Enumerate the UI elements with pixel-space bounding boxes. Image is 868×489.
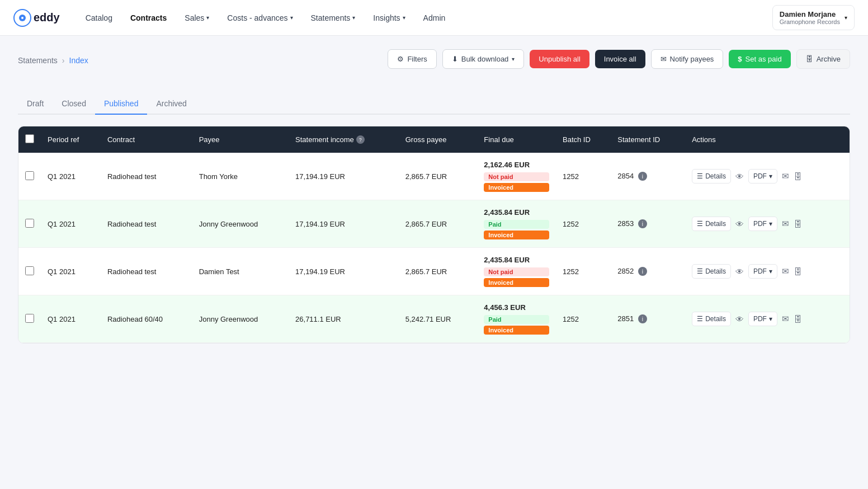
row-actions: ☰ Details 👁 PDF ▾ ✉ 🗄 [685,200,850,248]
row-contract: Radiohead test [101,248,192,295]
details-button[interactable]: ☰ Details [692,312,731,326]
row-contract: Radiohead test [101,153,192,200]
nav-catalog[interactable]: Catalog [78,9,120,27]
user-menu[interactable]: Damien Morjane Gramophone Records ▾ [772,5,855,30]
download-icon: ⬇ [452,55,458,63]
row-contract: Radiohead 60/40 [101,295,192,343]
archive-row-icon[interactable]: 🗄 [794,314,802,324]
row-checkbox-4[interactable] [25,314,34,323]
col-gross-payee: Gross payee [399,126,478,153]
archive-button[interactable]: 🗄 Archive [796,49,850,69]
set-as-paid-button[interactable]: $ Set as paid [729,50,790,68]
row-contract: Radiohead test [101,200,192,248]
filter-icon: ⚙ [397,55,404,63]
payment-status-badge: Not paid [484,172,549,181]
row-checkbox-cell [18,200,41,248]
row-period-ref: Q1 2021 [41,153,101,200]
filters-button[interactable]: ⚙ Filters [388,49,436,69]
tab-published[interactable]: Published [95,93,148,115]
dollar-icon: $ [738,55,742,63]
breadcrumb-separator: › [62,56,65,65]
nav-admin[interactable]: Admin [416,9,454,27]
statement-income-info-icon[interactable]: ? [356,135,365,144]
bulk-download-button[interactable]: ⬇ Bulk download ▾ [442,49,525,69]
invoice-all-button[interactable]: Invoice all [595,50,645,68]
row-final-due: 4,456.3 EUR Paid Invoiced [477,295,556,343]
details-button[interactable]: ☰ Details [692,217,731,231]
row-actions: ☰ Details 👁 PDF ▾ ✉ 🗄 [685,248,850,295]
unpublish-all-button[interactable]: Unpublish all [530,50,589,68]
statement-id-info-icon[interactable]: i [638,314,647,323]
pdf-chevron-icon: ▾ [769,172,772,180]
col-statement-id: Statement ID [611,126,685,153]
tab-closed[interactable]: Closed [53,93,95,115]
details-button[interactable]: ☰ Details [692,169,731,184]
nav-costs-advances[interactable]: Costs - advances ▾ [219,9,300,27]
payment-status-badge: Paid [484,315,549,324]
row-checkbox-2[interactable] [25,219,34,228]
row-checkbox-3[interactable] [25,266,34,275]
row-statement-id: 2853 i [611,200,685,248]
row-period-ref: Q1 2021 [41,248,101,295]
archive-row-icon[interactable]: 🗄 [794,267,802,276]
user-company: Gramophone Records [780,18,840,25]
eye-icon[interactable]: 👁 [735,219,744,229]
logo[interactable]: eddy [13,9,60,27]
notify-payees-button[interactable]: ✉ Notify payees [651,49,724,69]
row-final-due: 2,435.84 EUR Not paid Invoiced [477,248,556,295]
details-button[interactable]: ☰ Details [692,264,731,279]
row-batch-id: 1252 [556,200,611,248]
table-row: Q1 2021 Radiohead 60/40 Jonny Greenwood … [18,295,850,343]
breadcrumb-current: Index [69,56,88,65]
row-checkbox-1[interactable] [25,171,34,180]
statement-id-info-icon[interactable]: i [638,219,647,228]
nav-contracts[interactable]: Contracts [122,9,174,27]
list-icon: ☰ [697,220,703,228]
email-send-icon[interactable]: ✉ [782,219,789,229]
tabs: Draft Closed Published Archived [18,93,850,115]
tab-archived[interactable]: Archived [147,93,195,115]
row-gross-payee: 5,242.71 EUR [399,295,478,343]
row-checkbox-cell [18,153,41,200]
archive-icon: 🗄 [806,55,813,63]
email-send-icon[interactable]: ✉ [782,314,789,324]
eye-icon[interactable]: 👁 [735,314,744,324]
toolbar: ⚙ Filters ⬇ Bulk download ▾ Unpublish al… [388,49,850,69]
row-statement-id: 2854 i [611,153,685,200]
insights-chevron-icon: ▾ [403,15,405,21]
statement-id-info-icon[interactable]: i [638,267,647,276]
row-checkbox-cell [18,248,41,295]
select-all-checkbox[interactable] [25,134,34,143]
row-gross-payee: 2,865.7 EUR [399,153,478,200]
row-statement-id: 2851 i [611,295,685,343]
archive-row-icon[interactable]: 🗄 [794,172,802,181]
email-send-icon[interactable]: ✉ [782,171,789,181]
email-send-icon[interactable]: ✉ [782,266,789,276]
row-batch-id: 1252 [556,295,611,343]
user-info: Damien Morjane Gramophone Records [780,10,840,25]
breadcrumb-parent[interactable]: Statements [18,56,58,65]
row-gross-payee: 2,865.7 EUR [399,248,478,295]
pdf-button[interactable]: PDF ▾ [748,169,777,184]
user-name: Damien Morjane [780,10,840,18]
archive-row-icon[interactable]: 🗄 [794,219,802,229]
eye-icon[interactable]: 👁 [735,172,744,181]
nav-insights[interactable]: Insights ▾ [365,9,413,27]
pdf-button[interactable]: PDF ▾ [748,264,777,279]
pdf-button[interactable]: PDF ▾ [748,217,777,231]
nav-statements[interactable]: Statements ▾ [303,9,364,27]
eye-icon[interactable]: 👁 [735,267,744,276]
nav-sales[interactable]: Sales ▾ [177,9,217,27]
row-actions: ☰ Details 👁 PDF ▾ ✉ 🗄 [685,153,850,200]
user-chevron-icon: ▾ [845,15,847,21]
pdf-button[interactable]: PDF ▾ [748,312,777,326]
row-statement-income: 26,711.1 EUR [289,295,399,343]
statement-id-info-icon[interactable]: i [638,172,647,181]
select-all-header[interactable] [18,126,41,153]
logo-text: eddy [34,11,60,24]
tab-draft[interactable]: Draft [18,93,53,115]
pdf-chevron-icon: ▾ [769,220,772,228]
col-final-due: Final due [477,126,556,153]
row-final-due: 2,435.84 EUR Paid Invoiced [477,200,556,248]
row-statement-income: 17,194.19 EUR [289,200,399,248]
